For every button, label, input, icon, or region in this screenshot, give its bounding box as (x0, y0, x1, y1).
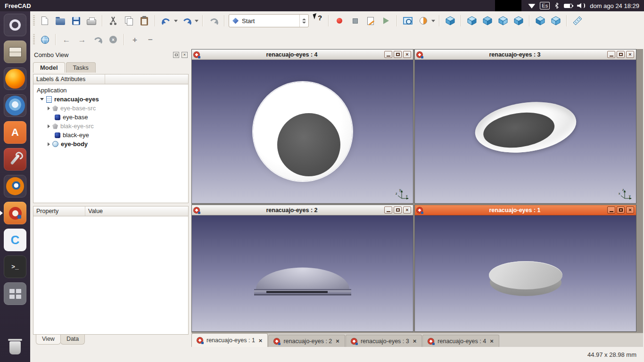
window-titlebar[interactable]: renacuajo-eyes : 3 × (415, 49, 636, 60)
window-titlebar[interactable]: renacuajo-eyes : 1 × (415, 205, 636, 215)
close-button[interactable]: × (403, 51, 411, 58)
launcher-item-firefox[interactable] (4, 67, 26, 90)
panel-close-button[interactable]: × (182, 52, 188, 58)
paste-button[interactable] (138, 14, 151, 28)
maximize-button[interactable] (617, 51, 625, 58)
tree-item-eye-base-src[interactable]: eye-base-src (33, 104, 188, 113)
measure-button[interactable] (571, 14, 584, 28)
viewport-3d[interactable]: y x z (192, 60, 413, 203)
launcher-item-browser[interactable]: C (4, 229, 26, 251)
toolbar-handle[interactable] (33, 34, 35, 45)
window-titlebar[interactable]: renacuajo-eyes : 4 × (192, 49, 413, 60)
network-icon[interactable] (528, 3, 535, 8)
macro-edit-button[interactable] (364, 14, 377, 28)
viewport-3d[interactable] (415, 215, 636, 331)
toolbar-handle[interactable] (33, 15, 35, 26)
macro-record-button[interactable] (333, 14, 346, 28)
window-tab-4[interactable]: renacuajo-eyes : 4 × (422, 335, 499, 347)
tree-item-eye-base[interactable]: eye-base (33, 113, 188, 122)
view-isometric-button[interactable] (444, 14, 457, 28)
refresh-button[interactable] (207, 14, 220, 28)
mdi-window-1[interactable]: renacuajo-eyes : 1 × (414, 205, 636, 332)
minimize-button[interactable] (607, 51, 615, 58)
copy-button[interactable] (122, 14, 135, 28)
new-document-button[interactable] (38, 14, 51, 28)
redo-button[interactable] (180, 14, 193, 28)
keyboard-layout-indicator[interactable]: Es (540, 2, 550, 9)
close-button[interactable]: × (403, 206, 411, 214)
minimize-button[interactable] (384, 206, 392, 214)
launcher-item-files[interactable] (4, 41, 26, 63)
tab-close-icon[interactable]: × (259, 337, 263, 344)
battery-icon[interactable] (564, 4, 572, 8)
tree-item-black-eye[interactable]: black-eye (33, 131, 188, 140)
maximize-button[interactable] (394, 206, 402, 214)
tree-item-document[interactable]: renacuajo-eyes (33, 95, 188, 104)
minimize-button[interactable] (607, 206, 615, 214)
mdi-window-3[interactable]: renacuajo-eyes : 3 × (414, 49, 636, 204)
launcher-item-trash[interactable] (4, 337, 26, 359)
clock[interactable]: dom ago 24 18:29 (590, 2, 639, 9)
draw-style-caret-icon[interactable] (431, 20, 435, 22)
mdi-window-4[interactable]: renacuajo-eyes : 4 × (191, 49, 413, 204)
window-tab-2[interactable]: renacuajo-eyes : 2 × (268, 335, 345, 347)
tree-item-application[interactable]: Application (33, 86, 188, 95)
tab-close-icon[interactable]: × (413, 338, 417, 344)
workbench-spinner[interactable] (299, 15, 308, 27)
viewport-3d[interactable]: z y x (415, 60, 636, 203)
property-table-body[interactable] (33, 216, 189, 335)
launcher-item-system-settings[interactable] (4, 148, 26, 171)
expand-arrow-icon[interactable] (48, 107, 50, 110)
volume-icon[interactable] (577, 3, 585, 8)
viewport-3d[interactable] (192, 215, 413, 331)
tab-model[interactable]: Model (33, 62, 65, 73)
window-tab-1[interactable]: renacuajo-eyes : 1 × (191, 333, 268, 347)
workbench-selector[interactable]: Start (229, 14, 309, 27)
whats-this-button[interactable]: ? (311, 14, 324, 28)
redo-dropdown-caret-icon[interactable] (195, 20, 198, 22)
zoom-in-button[interactable]: + (128, 33, 141, 47)
macro-stop-button[interactable] (348, 14, 362, 28)
launcher-item-ubuntu-software[interactable]: A (4, 121, 26, 144)
nav-refresh-button[interactable] (91, 33, 104, 47)
macro-play-button[interactable] (380, 14, 393, 28)
close-button[interactable]: × (626, 51, 634, 58)
tab-view[interactable]: View (36, 335, 61, 345)
value-column-header[interactable]: Value (85, 206, 188, 216)
view-rear-button[interactable] (512, 14, 525, 28)
tree-item-blak-eye-src[interactable]: blak-eye-src (33, 122, 188, 131)
nav-forward-button[interactable]: → (75, 33, 89, 47)
launcher-item-chromium[interactable] (4, 94, 26, 117)
expand-arrow-icon[interactable] (48, 142, 50, 146)
minimize-button[interactable] (384, 51, 392, 58)
draw-style-button[interactable] (417, 14, 430, 28)
window-tab-3[interactable]: renacuajo-eyes : 3 × (346, 335, 422, 347)
launcher-item-dash[interactable] (4, 14, 26, 36)
bluetooth-icon[interactable] (554, 2, 559, 9)
maximize-button[interactable] (617, 206, 625, 214)
tab-tasks[interactable]: Tasks (66, 62, 96, 73)
view-top-button[interactable] (481, 14, 494, 28)
view-front-button[interactable] (465, 14, 479, 28)
launcher-item-workspace-switcher[interactable] (4, 282, 26, 305)
view-bottom-button[interactable] (534, 14, 547, 28)
tree-item-eye-body[interactable]: eye-body (33, 140, 188, 148)
property-column-header[interactable]: Property (33, 206, 85, 216)
open-document-button[interactable] (54, 14, 67, 28)
window-titlebar[interactable]: renacuajo-eyes : 2 × (192, 205, 413, 215)
tab-data[interactable]: Data (60, 335, 85, 345)
model-tree[interactable]: Application renacuajo-eyes eye-base-src … (33, 84, 189, 203)
launcher-item-blender[interactable] (4, 175, 26, 197)
tab-close-icon[interactable]: × (490, 338, 494, 344)
save-document-button[interactable] (69, 14, 83, 28)
print-button[interactable] (85, 14, 98, 28)
launcher-item-freecad[interactable] (4, 202, 26, 224)
view-left-button[interactable] (549, 14, 562, 28)
collapse-arrow-icon[interactable] (40, 98, 44, 100)
mdi-window-2[interactable]: renacuajo-eyes : 2 × (191, 205, 413, 332)
view-right-button[interactable] (496, 14, 510, 28)
panel-float-button[interactable] (173, 52, 179, 58)
web-home-button[interactable] (38, 33, 51, 47)
maximize-button[interactable] (394, 51, 402, 58)
box-zoom-button[interactable] (401, 14, 414, 28)
